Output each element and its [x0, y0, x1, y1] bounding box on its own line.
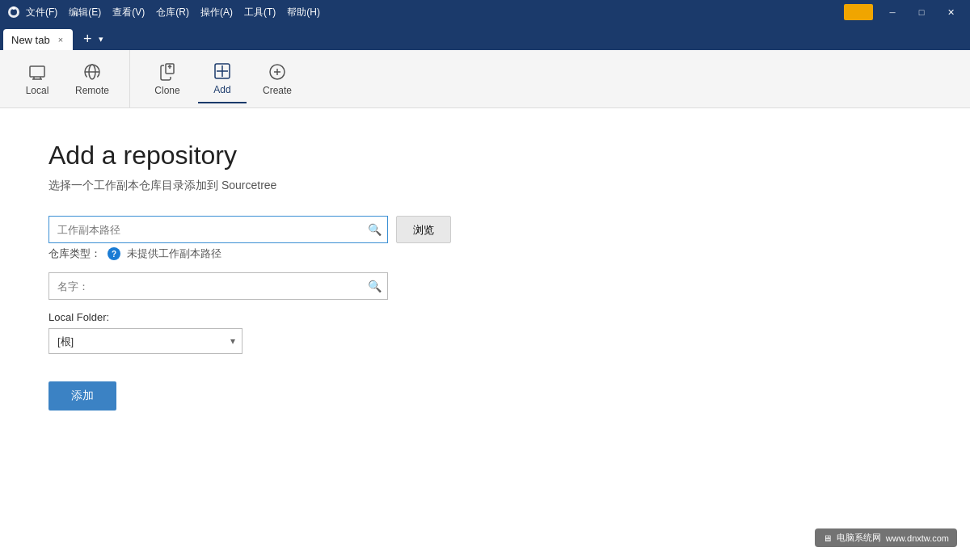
toolbar-local-button[interactable]: Local — [13, 55, 61, 103]
local-folder-select[interactable]: [根] — [57, 335, 234, 347]
watermark: 🖥 电脑系统网 www.dnxtw.com — [815, 528, 957, 547]
repo-type-row: 仓库类型： ? 未提供工作副本路径 — [48, 246, 922, 261]
add-label: Add — [213, 84, 230, 95]
clone-icon — [158, 62, 177, 82]
add-repository-button[interactable]: 添加 — [48, 381, 116, 411]
add-icon — [213, 61, 232, 81]
minimize-icon — [889, 6, 895, 18]
browse-button[interactable]: 浏览 — [396, 216, 451, 243]
clone-label: Clone — [154, 85, 179, 96]
path-search-icon: 🔍 — [368, 223, 382, 236]
watermark-icon: 🖥 — [823, 533, 832, 543]
tab-close-button[interactable]: × — [57, 35, 65, 44]
repo-type-label: 仓库类型： — [48, 246, 101, 261]
path-input-wrapper: 🔍 — [48, 216, 388, 243]
title-bar-badge — [844, 4, 873, 20]
local-label: Local — [26, 85, 49, 96]
app-logo — [6, 5, 21, 19]
create-icon — [268, 62, 287, 82]
toolbar-clone-button[interactable]: Clone — [143, 55, 192, 103]
menu-help[interactable]: 帮助(H) — [287, 6, 320, 19]
toolbar: Local Remote Clone — [0, 50, 970, 108]
tab-bar: New tab × + ▾ — [0, 24, 970, 50]
window-controls — [879, 4, 964, 20]
local-folder-select-wrapper[interactable]: [根] ▾ — [48, 328, 242, 354]
close-button[interactable] — [938, 4, 964, 20]
svg-point-2 — [12, 6, 15, 10]
page-title: Add a repository — [48, 141, 922, 171]
toolbar-local-remote: Local Remote — [0, 50, 130, 107]
remote-icon — [82, 62, 102, 82]
svg-rect-3 — [30, 66, 44, 77]
svg-point-1 — [11, 9, 17, 15]
menu-bar: 文件(F) 编辑(E) 查看(V) 仓库(R) 操作(A) 工具(T) 帮助(H… — [26, 6, 844, 19]
menu-action[interactable]: 操作(A) — [200, 6, 233, 19]
toolbar-remote-button[interactable]: Remote — [68, 55, 116, 103]
close-icon — [947, 6, 955, 18]
name-search-icon: 🔍 — [368, 280, 382, 293]
name-group: 🔍 — [48, 272, 922, 300]
watermark-url: www.dnxtw.com — [886, 533, 949, 543]
minimize-button[interactable] — [879, 4, 905, 20]
active-tab[interactable]: New tab × — [3, 29, 73, 50]
name-input[interactable] — [48, 272, 388, 300]
toolbar-add-button[interactable]: Add — [198, 55, 247, 103]
title-bar: 文件(F) 编辑(E) 查看(V) 仓库(R) 操作(A) 工具(T) 帮助(H… — [0, 0, 970, 24]
remote-label: Remote — [75, 85, 109, 96]
local-icon — [27, 62, 47, 82]
main-content: Add a repository 选择一个工作副本仓库目录添加到 Sourcet… — [0, 108, 970, 443]
maximize-icon — [919, 6, 925, 18]
toolbar-actions: Clone Add Create — [130, 50, 314, 107]
name-input-wrapper: 🔍 — [48, 272, 388, 300]
local-folder-label: Local Folder: — [48, 311, 922, 323]
menu-view[interactable]: 查看(V) — [112, 6, 145, 19]
tab-dropdown-button[interactable]: ▾ — [99, 34, 103, 44]
watermark-text: 电脑系统网 — [837, 532, 881, 544]
repo-type-value: 未提供工作副本路径 — [127, 246, 221, 261]
menu-tools[interactable]: 工具(T) — [244, 6, 276, 19]
toolbar-create-button[interactable]: Create — [253, 55, 302, 103]
path-input[interactable] — [48, 216, 388, 243]
maximize-button[interactable] — [909, 4, 934, 20]
info-icon[interactable]: ? — [108, 247, 120, 260]
local-folder-group: Local Folder: [根] ▾ — [48, 311, 922, 354]
new-tab-button[interactable]: + — [78, 29, 97, 48]
page-subtitle: 选择一个工作副本仓库目录添加到 Sourcetree — [48, 179, 922, 193]
menu-repo[interactable]: 仓库(R) — [156, 6, 189, 19]
tab-label: New tab — [11, 34, 50, 46]
menu-file[interactable]: 文件(F) — [26, 6, 57, 19]
path-row: 🔍 浏览 — [48, 216, 922, 243]
create-label: Create — [263, 85, 292, 96]
menu-edit[interactable]: 编辑(E) — [69, 6, 101, 19]
